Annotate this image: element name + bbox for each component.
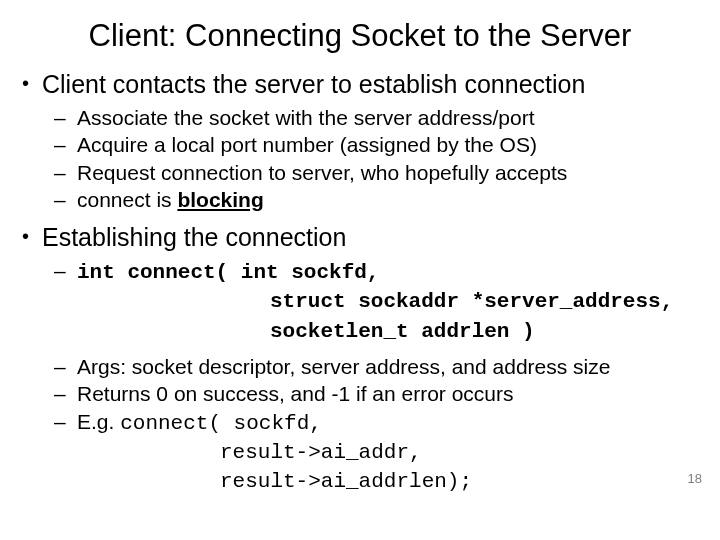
text-prefix: connect is bbox=[77, 188, 177, 211]
list-item: Acquire a local port number (assigned by… bbox=[22, 131, 698, 158]
code-text: result->ai_addrlen); bbox=[220, 470, 472, 493]
section2-items: int connect( int sockfd, struct sockaddr… bbox=[22, 257, 698, 495]
list-item: connect is blocking bbox=[22, 186, 698, 213]
text-emphasis: blocking bbox=[177, 188, 263, 211]
code-text: struct sockaddr *server_address, bbox=[270, 290, 673, 313]
content-list: Client contacts the server to establish … bbox=[22, 70, 698, 496]
section-heading-2: Establishing the connection bbox=[22, 223, 698, 252]
list-item: Associate the socket with the server add… bbox=[22, 104, 698, 131]
code-signature-line: socketlen_t addrlen ) bbox=[22, 316, 698, 345]
code-example-line: result->ai_addr, bbox=[22, 437, 698, 466]
list-item-example: E.g. connect( sockfd, bbox=[22, 408, 698, 437]
code-text: result->ai_addr, bbox=[220, 441, 422, 464]
slide-title: Client: Connecting Socket to the Server bbox=[22, 18, 698, 54]
code-text: int connect( int sockfd, bbox=[77, 261, 379, 284]
section-heading-1: Client contacts the server to establish … bbox=[22, 70, 698, 99]
section1-items: Associate the socket with the server add… bbox=[22, 104, 698, 213]
list-item-args: Args: socket descriptor, server address,… bbox=[22, 353, 698, 380]
list-item-returns: Returns 0 on success, and -1 if an error… bbox=[22, 380, 698, 407]
code-text: connect( sockfd, bbox=[120, 412, 322, 435]
list-item: Request connection to server, who hopefu… bbox=[22, 159, 698, 186]
page-number: 18 bbox=[688, 471, 702, 486]
code-signature-line: struct sockaddr *server_address, bbox=[22, 286, 698, 315]
code-example-line: result->ai_addrlen); bbox=[22, 466, 698, 495]
code-signature-line: int connect( int sockfd, bbox=[22, 257, 698, 286]
text-prefix: E.g. bbox=[77, 410, 120, 433]
code-text: socketlen_t addrlen ) bbox=[270, 320, 535, 343]
